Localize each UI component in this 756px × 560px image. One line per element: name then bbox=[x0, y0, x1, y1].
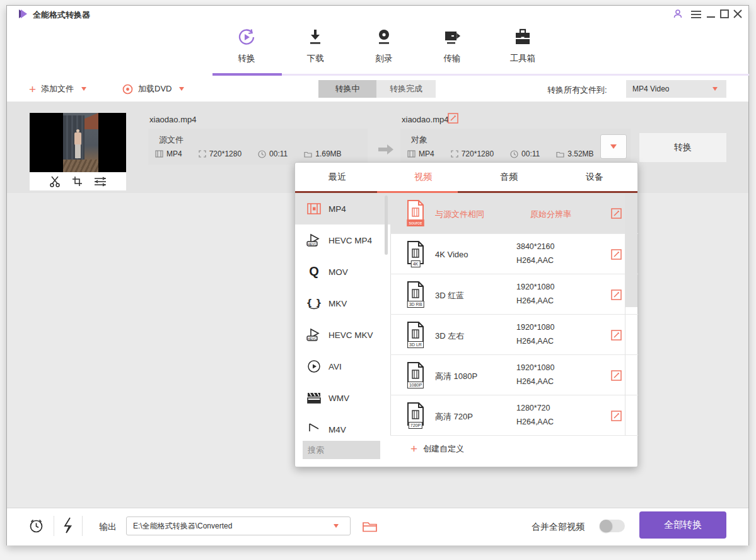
preset-file-icon: 1080P bbox=[406, 362, 425, 386]
merge-videos-toggle[interactable] bbox=[600, 520, 625, 532]
preset-dropdown-caret-icon bbox=[610, 144, 617, 149]
convert-all-button[interactable]: 全部转换 bbox=[639, 511, 726, 539]
preset-list-scrollbar-thumb[interactable] bbox=[625, 194, 637, 307]
preset-title: 高清 720P bbox=[435, 411, 473, 423]
format-item-mp4[interactable]: MP4 bbox=[295, 193, 390, 225]
preset-file-icon: 3D LR bbox=[406, 322, 425, 346]
preset-row-4k[interactable]: 4K 4K Video 3840*2160 H264,AAC bbox=[390, 233, 638, 274]
size-icon bbox=[556, 151, 564, 158]
target-format: MP4 bbox=[419, 149, 434, 158]
output-path-select[interactable]: E:\全能格式转换器\Converted bbox=[126, 516, 351, 535]
source-panel: 源文件 MP4 720*1280 00:11 1.69MB bbox=[148, 129, 368, 165]
format-item-mkv[interactable]: { } MKV bbox=[295, 288, 390, 319]
target-resolution: 720*1280 bbox=[462, 149, 494, 158]
edit-preset-icon[interactable] bbox=[611, 370, 622, 381]
target-duration: 00:11 bbox=[521, 149, 540, 158]
format-list-scrollbar[interactable] bbox=[385, 195, 388, 255]
preset-row-3d-lr[interactable]: 3D LR 3D 左右 1920*1080 H264,AAC bbox=[390, 314, 638, 354]
edit-preset-icon[interactable] bbox=[611, 330, 622, 341]
rename-icon[interactable] bbox=[448, 113, 458, 124]
popup-tab-video[interactable]: 视频 bbox=[380, 163, 466, 191]
add-file-button[interactable]: + 添加文件 bbox=[29, 81, 86, 97]
preset-codec: H264,AAC bbox=[516, 256, 554, 265]
convert-row-button[interactable]: 转换 bbox=[639, 133, 726, 162]
nav-burn[interactable]: 刻录 bbox=[356, 28, 412, 64]
preset-resolution: 1920*1080 bbox=[516, 323, 554, 332]
convert-to-label: 转换所有文件到: bbox=[547, 85, 607, 96]
nav-toolbox[interactable]: 工具箱 bbox=[494, 28, 551, 64]
close-button[interactable] bbox=[733, 9, 742, 21]
add-file-label: 添加文件 bbox=[41, 83, 74, 95]
preset-badge: 1080P bbox=[407, 382, 424, 388]
schedule-icon[interactable] bbox=[28, 518, 44, 534]
format-item-hevc-mkv[interactable]: HEVC HEVC MKV bbox=[295, 319, 390, 351]
preset-dropdown-button[interactable] bbox=[600, 134, 627, 159]
preset-badge: source bbox=[407, 219, 424, 226]
preset-badge: 4K bbox=[411, 260, 421, 267]
crop-icon[interactable] bbox=[72, 176, 83, 187]
edit-preset-icon[interactable] bbox=[611, 208, 622, 219]
popup-tab-device[interactable]: 设备 bbox=[552, 163, 637, 191]
size-icon bbox=[304, 151, 312, 158]
format-item-avi[interactable]: AVI bbox=[295, 351, 390, 382]
source-duration: 00:11 bbox=[269, 149, 288, 158]
toggle-knob bbox=[600, 520, 612, 532]
edit-preset-icon[interactable] bbox=[611, 249, 622, 260]
target-panel: 对象 MP4 720*1280 00:11 3.52MB bbox=[400, 129, 631, 165]
nav-download[interactable]: 下载 bbox=[287, 28, 344, 64]
footer-divider bbox=[82, 516, 83, 536]
preset-row-720p[interactable]: 720P 高清 720P 1280*720 H264,AAC bbox=[390, 395, 638, 436]
nav-transfer[interactable]: 传输 bbox=[424, 28, 480, 64]
tab-converting[interactable]: 转换中 bbox=[318, 80, 376, 98]
format-item-m4v[interactable]: M4V bbox=[295, 414, 390, 436]
mkv-icon: { } bbox=[305, 296, 323, 310]
preset-codec: H264,AAC bbox=[516, 296, 554, 305]
format-item-hevc-mp4[interactable]: HEVC HEVC MP4 bbox=[295, 225, 390, 256]
preset-row-1080p[interactable]: 1080P 高清 1080P 1920*1080 H264,AAC bbox=[390, 354, 638, 395]
preset-row-3d-rb[interactable]: 3D RB 3D 红蓝 1920*1080 H264,AAC bbox=[390, 274, 638, 314]
format-icon bbox=[407, 150, 416, 158]
mov-icon: Q bbox=[305, 265, 323, 279]
preset-row-source[interactable]: source 与源文件相同 原始分辨率 bbox=[390, 193, 637, 233]
output-format-select[interactable]: MP4 Video bbox=[626, 80, 726, 98]
popup-tab-recent[interactable]: 最近 bbox=[294, 163, 380, 191]
tab-finished[interactable]: 转换完成 bbox=[376, 80, 436, 98]
preset-codec: H264,AAC bbox=[516, 417, 554, 426]
source-size: 1.69MB bbox=[315, 149, 341, 158]
thumbnail-toolbar bbox=[30, 172, 126, 190]
maximize-button[interactable] bbox=[720, 9, 729, 21]
preset-badge: 720P bbox=[409, 422, 422, 429]
high-speed-icon[interactable] bbox=[62, 516, 74, 534]
preset-title: 3D 左右 bbox=[435, 330, 464, 342]
source-format: MP4 bbox=[166, 149, 182, 158]
effects-icon[interactable] bbox=[94, 177, 107, 187]
target-size: 3.52MB bbox=[567, 149, 593, 158]
popup-tab-audio[interactable]: 音频 bbox=[466, 163, 552, 191]
edit-preset-icon[interactable] bbox=[611, 289, 622, 300]
preset-file-icon: 3D RB bbox=[406, 281, 425, 305]
preset-search-input[interactable] bbox=[303, 441, 380, 459]
open-folder-icon[interactable] bbox=[363, 520, 378, 532]
nav-burn-label: 刻录 bbox=[356, 53, 412, 64]
preset-file-icon: 4K bbox=[406, 241, 425, 265]
format-item-wmv[interactable]: WMV bbox=[295, 382, 390, 414]
edit-preset-icon[interactable] bbox=[611, 411, 622, 421]
nav-toolbox-label: 工具箱 bbox=[494, 53, 551, 64]
output-path-caret-icon bbox=[334, 524, 339, 528]
trim-icon[interactable] bbox=[49, 175, 61, 187]
menu-icon[interactable] bbox=[691, 10, 701, 21]
hevc-mkv-icon: HEVC bbox=[305, 328, 323, 342]
nav-convert-label: 转换 bbox=[218, 53, 275, 64]
hevc-mp4-icon: HEVC bbox=[305, 233, 323, 247]
account-icon[interactable] bbox=[672, 8, 683, 22]
format-item-mov[interactable]: Q MOV bbox=[295, 256, 390, 288]
merge-videos-label: 合并全部视频 bbox=[532, 522, 584, 533]
nav-transfer-label: 传输 bbox=[424, 53, 480, 64]
create-custom-button[interactable]: + 创建自定义 bbox=[410, 443, 464, 455]
minimize-button[interactable] bbox=[707, 9, 715, 21]
preset-codec: H264,AAC bbox=[516, 337, 554, 346]
video-thumbnail bbox=[30, 113, 126, 172]
load-dvd-button[interactable]: 加载DVD bbox=[122, 81, 184, 97]
nav-convert[interactable]: 转换 bbox=[218, 28, 275, 64]
format-icon bbox=[155, 150, 163, 158]
